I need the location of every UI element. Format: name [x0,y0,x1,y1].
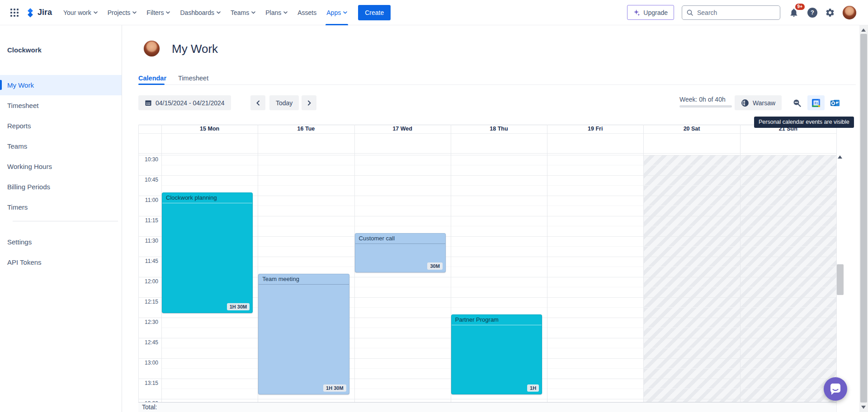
time-label-1215: 12:15 [138,299,158,305]
time-label-1115: 11:15 [138,217,158,224]
sidebar-item-label: My Work [7,81,34,89]
nav-item-label: Apps [326,9,341,16]
sidebar-item-reports[interactable]: Reports [0,116,122,136]
nav-item-label: Your work [63,9,91,16]
sparkle-icon [633,9,640,16]
scrollbar-down-arrow[interactable] [861,406,866,409]
nav-item-plans[interactable]: Plans [260,0,292,25]
day-column-border [643,125,644,402]
sidebar-item-working-hours[interactable]: Working Hours [0,156,122,177]
event-title: Clockwork planning [162,193,252,203]
sidebar-item-label: Settings [7,238,32,246]
sidebar-item-api-tokens[interactable]: API Tokens [0,252,122,272]
sidebar-item-my-work[interactable]: My Work [0,75,122,95]
sidebar-item-label: Billing Periods [7,183,50,191]
grid-icon [9,8,19,18]
nav-item-label: Assets [297,9,316,16]
gear-icon [825,8,835,18]
day-header-15-mon: 15 Mon [161,125,258,133]
time-label-1300: 13:00 [138,360,158,366]
calendar-event-clockwork-planning[interactable]: Clockwork planning1H 30M [162,192,253,313]
total-label: Total: [138,403,836,412]
notifications-badge: 9+ [795,4,805,10]
day-header-18-thu: 18 Thu [451,125,547,133]
sidebar-nav: My WorkTimesheetReportsTeamsWorking Hour… [0,75,122,217]
event-title: Partner Program [452,315,542,325]
nav-item-assets[interactable]: Assets [292,0,321,25]
sidebar-item-label: Working Hours [7,163,52,170]
chevron-down-icon [132,11,137,14]
time-subrow-line [161,226,836,226]
calendar-scroll-up-arrow[interactable] [838,155,842,159]
sidebar-item-timesheet[interactable]: Timesheet [0,95,122,116]
day-header-bottom-border [138,133,836,134]
event-title: Team meeting [259,274,349,285]
week-calendar-grid: 15 Mon16 Tue17 Wed18 Thu19 Fri20 Sat21 S… [122,25,868,412]
create-button[interactable]: Create [358,5,391,20]
event-duration-badge: 1H [527,384,539,392]
scrollbar-thumb[interactable] [860,34,867,403]
day-column-border [740,125,741,402]
notifications-button[interactable]: 9+ [788,7,800,19]
nav-item-apps[interactable]: Apps [321,0,352,25]
nav-item-teams[interactable]: Teams [226,0,260,25]
time-label-1100: 11:00 [138,197,158,203]
grid-left-border [138,125,139,412]
time-row-line [138,399,836,399]
event-duration-badge: 1H 30M [227,303,250,310]
day-header-16-tue: 16 Tue [258,125,354,133]
jira-clockwork-app: Jira Your workProjectsFiltersDashboardsT… [0,0,868,412]
search-input[interactable] [696,9,780,17]
chevron-down-icon [94,11,98,14]
time-label-1245: 12:45 [138,339,158,346]
event-title: Customer call [355,234,445,244]
time-subrow-line [161,165,836,165]
top-navigation: Jira Your workProjectsFiltersDashboardsT… [0,0,868,25]
calendar-scrollbar-thumb[interactable] [837,264,844,295]
sidebar-item-label: Timers [7,203,28,211]
calendar-event-partner-program[interactable]: Partner Program1H [451,314,542,394]
time-subrow-line [161,206,836,206]
calendar-event-team-meeting[interactable]: Team meeting1H 30M [258,274,349,394]
sidebar-item-teams[interactable]: Teams [0,136,122,156]
nav-left-cluster: Jira Your workProjectsFiltersDashboardsT… [8,0,391,25]
app-switcher-icon[interactable] [8,6,21,19]
day-header-19-fri: 19 Fri [547,125,643,133]
nav-item-filters[interactable]: Filters [142,0,175,25]
time-label-1200: 12:00 [138,278,158,285]
help-button[interactable]: ? [807,8,817,18]
nav-item-dashboards[interactable]: Dashboards [175,0,226,25]
sidebar-item-timers[interactable]: Timers [0,197,122,217]
sidebar-item-billing-periods[interactable]: Billing Periods [0,177,122,197]
calendar-event-customer-call[interactable]: Customer call30M [355,233,446,272]
settings-button[interactable] [825,8,835,18]
sidebar-divider [13,221,118,221]
scrollbar-up-arrow[interactable] [861,28,866,32]
time-label-1315: 13:15 [138,380,158,386]
sidebar-item-label: API Tokens [7,258,42,266]
time-subrow-line [161,185,836,186]
user-avatar[interactable] [843,6,856,19]
jira-logo[interactable]: Jira [25,8,52,18]
day-column-border [547,125,547,402]
day-column-border [836,125,837,402]
nav-item-label: Dashboards [180,9,214,16]
page-scrollbar[interactable] [859,25,868,412]
sidebar-item-settings[interactable]: Settings [0,232,122,252]
sidebar-footer-nav: SettingsAPI Tokens [0,232,122,272]
sidebar-item-label: Teams [7,142,27,150]
nav-item-your-work[interactable]: Your work [58,0,103,25]
search-box [682,5,780,20]
chevron-down-icon [217,11,221,14]
main-content: My Work Calendar Timesheet 04/15/2024 - … [122,25,868,412]
day-header-17-wed: 17 Wed [354,125,451,133]
event-duration-badge: 1H 30M [323,384,346,392]
nav-item-projects[interactable]: Projects [103,0,142,25]
time-row-line [138,155,836,155]
time-label-1230: 12:30 [138,319,158,325]
chat-widget-button[interactable] [824,377,847,401]
nav-item-label: Projects [108,9,131,16]
chevron-down-icon [251,11,255,14]
upgrade-button[interactable]: Upgrade [627,5,674,20]
allday-row-border [138,153,836,154]
